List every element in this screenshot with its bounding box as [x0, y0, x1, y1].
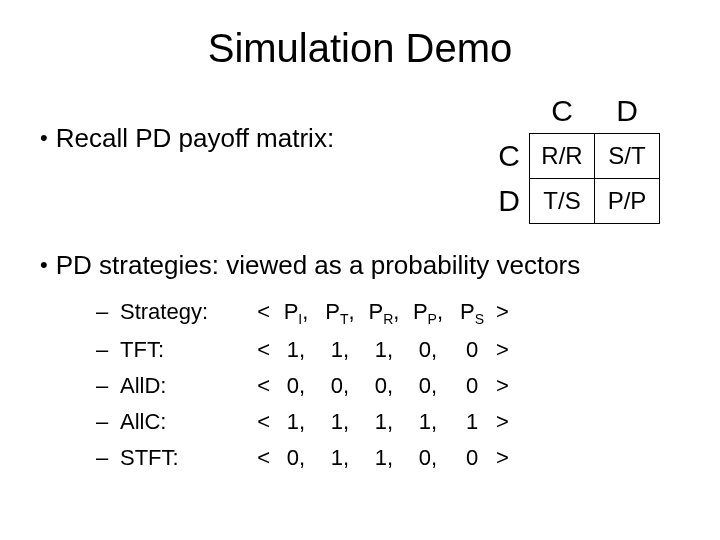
vec-val: 1, [362, 337, 406, 363]
open-bracket: < [240, 409, 274, 435]
header-pr: PR, [362, 299, 406, 327]
dash-icon: – [96, 373, 120, 399]
row-recall: • Recall PD payoff matrix: C D C R/R S/T… [40, 89, 680, 224]
list-item: – STFT: < 0, 1, 1, 0, 0 > [96, 445, 680, 471]
vec-val: 1 [450, 409, 494, 435]
close-bracket: > [494, 409, 520, 435]
header-pi: PI, [274, 299, 318, 327]
row-header-c: C [489, 133, 530, 178]
close-bracket: > [494, 445, 520, 471]
cell-dc: T/S [530, 178, 595, 223]
vec-val: 0 [450, 337, 494, 363]
list-item: – AllD: < 0, 0, 0, 0, 0 > [96, 373, 680, 399]
vector-tft: < 1, 1, 1, 0, 0 > [240, 337, 520, 363]
vec-val: 0, [406, 337, 450, 363]
vec-val: 1, [362, 409, 406, 435]
vector-header: < PI, PT, PR, PP, PS > [240, 299, 520, 327]
vec-val: 0, [274, 445, 318, 471]
header-pp: PP, [406, 299, 450, 327]
strategy-label: STFT: [120, 445, 240, 471]
vec-val: 0, [406, 445, 450, 471]
header-ps: PS [450, 299, 494, 327]
vec-val: 0, [362, 373, 406, 399]
cell-dd: P/P [595, 178, 660, 223]
strategy-label: AllC: [120, 409, 240, 435]
vector-stft: < 0, 1, 1, 0, 0 > [240, 445, 520, 471]
vec-val: 1, [406, 409, 450, 435]
payoff-table: C D C R/R S/T D T/S P/P [489, 89, 660, 224]
payoff-matrix: C D C R/R S/T D T/S P/P [489, 89, 660, 224]
header-pt: PT, [318, 299, 362, 327]
vec-val: 0, [406, 373, 450, 399]
bullet-1: • Recall PD payoff matrix: [40, 123, 334, 154]
row-header-d: D [489, 178, 530, 223]
open-bracket: < [240, 337, 274, 363]
slide: Simulation Demo • Recall PD payoff matri… [0, 0, 720, 540]
dash-icon: – [96, 299, 120, 325]
vec-val: 1, [318, 337, 362, 363]
close-bracket: > [494, 299, 520, 325]
bullet-2-text: PD strategies: viewed as a probability v… [56, 250, 581, 281]
bullet-1-text: Recall PD payoff matrix: [56, 123, 334, 154]
strategy-label: Strategy: [120, 299, 240, 325]
cell-cd: S/T [595, 133, 660, 178]
bullet-icon: • [40, 127, 48, 149]
table-row: C D [489, 89, 660, 133]
col-header-c: C [530, 89, 595, 133]
dash-icon: – [96, 337, 120, 363]
vector-alld: < 0, 0, 0, 0, 0 > [240, 373, 520, 399]
col-header-d: D [595, 89, 660, 133]
vec-val: 0 [450, 373, 494, 399]
bullet-icon: • [40, 254, 48, 276]
vec-val: 0, [318, 373, 362, 399]
open-bracket: < [240, 445, 274, 471]
strategy-label: TFT: [120, 337, 240, 363]
vec-val: 0 [450, 445, 494, 471]
table-row: C R/R S/T [489, 133, 660, 178]
list-item: – TFT: < 1, 1, 1, 0, 0 > [96, 337, 680, 363]
page-title: Simulation Demo [40, 26, 680, 71]
list-item: – AllC: < 1, 1, 1, 1, 1 > [96, 409, 680, 435]
vec-val: 1, [274, 409, 318, 435]
vec-val: 0, [274, 373, 318, 399]
dash-icon: – [96, 445, 120, 471]
close-bracket: > [494, 337, 520, 363]
open-bracket: < [240, 299, 274, 325]
table-row: D T/S P/P [489, 178, 660, 223]
bullet-2: • PD strategies: viewed as a probability… [40, 250, 680, 281]
dash-icon: – [96, 409, 120, 435]
vec-val: 1, [274, 337, 318, 363]
cell-cc: R/R [530, 133, 595, 178]
list-item: – Strategy: < PI, PT, PR, PP, PS > [96, 299, 680, 327]
corner-blank [489, 89, 530, 133]
vector-allc: < 1, 1, 1, 1, 1 > [240, 409, 520, 435]
strategy-list: – Strategy: < PI, PT, PR, PP, PS > – TFT… [96, 299, 680, 471]
close-bracket: > [494, 373, 520, 399]
strategy-label: AllD: [120, 373, 240, 399]
vec-val: 1, [318, 445, 362, 471]
vec-val: 1, [362, 445, 406, 471]
open-bracket: < [240, 373, 274, 399]
vec-val: 1, [318, 409, 362, 435]
